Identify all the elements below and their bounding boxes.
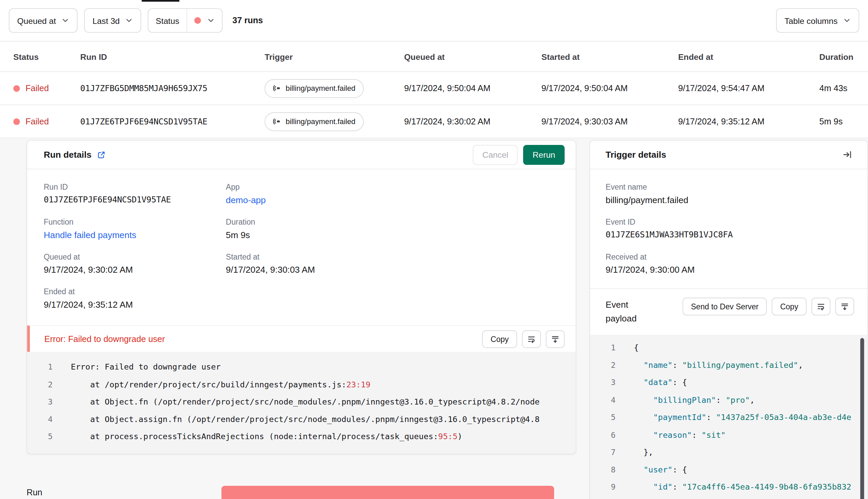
run-status: Failed — [13, 83, 80, 94]
scroll-to-bottom-button[interactable] — [546, 330, 565, 348]
rerun-button[interactable]: Rerun — [523, 145, 565, 165]
empty-cell — [226, 287, 559, 322]
code-line: 2 "name": "billing/payment.failed", — [590, 356, 867, 374]
field-value: billing/payment.failed — [606, 195, 852, 205]
code-line: 7 }, — [590, 444, 867, 461]
field-received-at: Received at 9/17/2024, 9:30:00 AM — [606, 252, 852, 275]
status-filter[interactable]: Status — [148, 9, 222, 33]
col-header-queued-at: Queued at — [404, 52, 541, 61]
trigger-pill-label: billing/payment.failed — [286, 117, 355, 126]
time-range-filter-label: Last 3d — [93, 16, 120, 25]
time-range-filter-button[interactable]: Last 3d — [84, 9, 141, 33]
field-label: Ended at — [44, 287, 226, 296]
code-line: 5 "paymentId": "1437a25f-05a3-404a-ab3e-… — [590, 409, 867, 426]
code-line: 8 "user": { — [590, 461, 867, 478]
field-label: App — [226, 183, 559, 192]
trigger-details-header: Trigger details — [590, 141, 867, 169]
status-filter-label: Status — [148, 9, 187, 32]
run-id-cell: 01J7ZFBG5DMM85MJA9H659JX75 — [81, 83, 265, 94]
field-queued-at: Queued at 9/17/2024, 9:30:02 AM — [44, 252, 226, 275]
field-event-id: Event ID 01J7ZE6S1MJWA33HT9B1VJC8FA — [606, 218, 852, 240]
field-label: Event ID — [606, 218, 852, 227]
trigger-details-card: Trigger details Event name billing/payme… — [589, 140, 868, 499]
field-value: 01J7ZE6S1MJWA33HT9B1VJC8FA — [606, 230, 852, 240]
code-line: 6 "reason": "sit" — [590, 426, 867, 444]
queued-at-cell: 9/17/2024, 9:30:02 AM — [404, 116, 541, 126]
run-details-title: Run details — [44, 150, 92, 160]
run-status-label: Failed — [26, 83, 49, 94]
col-header-run-id: Run ID — [81, 52, 265, 61]
code-line: 3 "data": { — [590, 374, 867, 391]
code-line: 2 at /opt/render/project/src/build/innge… — [27, 376, 576, 393]
field-value: 9/17/2024, 9:35:12 AM — [44, 299, 226, 310]
field-duration: Duration 5m 9s — [226, 218, 559, 240]
duration-cell: 4m 43s — [819, 83, 855, 94]
queued-at-filter-button[interactable]: Queued at — [9, 9, 77, 33]
event-payload-code[interactable]: 1{2 "name": "billing/payment.failed",3 "… — [590, 334, 867, 499]
field-started-at: Started at 9/17/2024, 9:30:03 AM — [226, 252, 559, 275]
field-value: 5m 9s — [226, 230, 559, 240]
chevron-down-icon — [125, 16, 133, 24]
field-ended-at: Ended at 9/17/2024, 9:35:12 AM — [44, 287, 226, 310]
copy-error-button[interactable]: Copy — [482, 330, 517, 348]
code-line: 9 "id": "17ca4ff6-45ea-4149-9b48-6fa935b… — [590, 478, 867, 496]
open-in-new-tab-icon[interactable] — [97, 150, 106, 159]
function-link[interactable]: Handle failed payments — [44, 230, 226, 240]
field-label: Event name — [606, 183, 852, 192]
event-icon — [273, 117, 281, 126]
vertical-scrollbar[interactable] — [860, 338, 864, 499]
run-status: Failed — [13, 116, 80, 126]
timeline-run-bar[interactable] — [221, 486, 554, 499]
word-wrap-button[interactable] — [811, 297, 830, 315]
scroll-to-bottom-icon — [841, 302, 849, 311]
started-at-cell: 9/17/2024, 9:30:03 AM — [541, 116, 678, 126]
collapse-panel-button[interactable] — [841, 149, 853, 161]
field-value: 01J7ZE6TPJF6E94NCSD1V95TAE — [44, 195, 226, 205]
trigger-cell: billing/payment.failed — [265, 79, 405, 98]
scroll-to-bottom-button[interactable] — [835, 297, 854, 315]
run-status-label: Failed — [26, 116, 49, 126]
word-wrap-icon — [527, 334, 535, 343]
copy-payload-button[interactable]: Copy — [772, 297, 806, 315]
code-line: 4 at Object.assign.fn (/opt/render/proje… — [27, 411, 576, 428]
word-wrap-icon — [817, 302, 825, 311]
table-columns-button[interactable]: Table columns — [776, 9, 859, 33]
field-value: 9/17/2024, 9:30:03 AM — [226, 265, 559, 275]
runs-count: 37 runs — [232, 15, 263, 26]
failed-status-dot-icon — [13, 118, 20, 125]
code-line: 10 } — [590, 496, 867, 499]
table-row[interactable]: Failed 01J7ZE6TPJF6E94NCSD1V95TAE billin… — [0, 105, 868, 138]
field-value: 9/17/2024, 9:30:00 AM — [606, 265, 852, 275]
chevron-down-icon — [843, 16, 851, 24]
col-header-started-at: Started at — [541, 52, 678, 61]
ended-at-cell: 9/17/2024, 9:54:47 AM — [678, 83, 820, 94]
field-run-id: Run ID 01J7ZE6TPJF6E94NCSD1V95TAE — [44, 183, 226, 205]
field-label: Queued at — [44, 252, 226, 261]
trigger-pill-label: billing/payment.failed — [286, 84, 355, 93]
table-header-row: Status Run ID Trigger Queued at Started … — [0, 41, 868, 72]
error-stack-trace[interactable]: 1Error: Failed to downgrade user2 at /op… — [27, 352, 576, 453]
trigger-pill[interactable]: billing/payment.failed — [265, 79, 364, 98]
run-details-header: Run details Cancel Rerun — [27, 141, 576, 169]
app-link[interactable]: demo-app — [226, 195, 559, 205]
queued-at-filter-label: Queued at — [17, 16, 56, 25]
trigger-pill[interactable]: billing/payment.failed — [265, 112, 364, 131]
run-details-fields: Run ID 01J7ZE6TPJF6E94NCSD1V95TAE App de… — [27, 169, 576, 325]
table-row[interactable]: Failed 01J7ZFBG5DMM85MJA9H659JX75 billin… — [0, 72, 868, 105]
code-line: 5 at process.processTicksAndRejections (… — [27, 428, 576, 446]
chevron-down-icon — [207, 16, 215, 24]
col-header-trigger: Trigger — [265, 52, 405, 61]
event-payload-title: Event payload — [606, 297, 645, 325]
word-wrap-button[interactable] — [522, 330, 541, 348]
ended-at-cell: 9/17/2024, 9:35:12 AM — [678, 116, 820, 126]
table-columns-label: Table columns — [785, 16, 838, 25]
col-header-status: Status — [13, 52, 80, 61]
error-title: Error: Failed to downgrade user — [45, 334, 478, 344]
send-to-dev-server-button[interactable]: Send to Dev Server — [683, 297, 767, 315]
status-filter-value[interactable] — [187, 9, 222, 32]
cancel-button[interactable]: Cancel — [473, 145, 518, 165]
trigger-details-fields: Event name billing/payment.failed Event … — [590, 169, 867, 288]
run-details-area: Run details Cancel Rerun Run ID 01J7ZE6T… — [0, 138, 868, 499]
chevron-down-icon — [62, 16, 69, 24]
field-value: 9/17/2024, 9:30:02 AM — [44, 265, 226, 275]
